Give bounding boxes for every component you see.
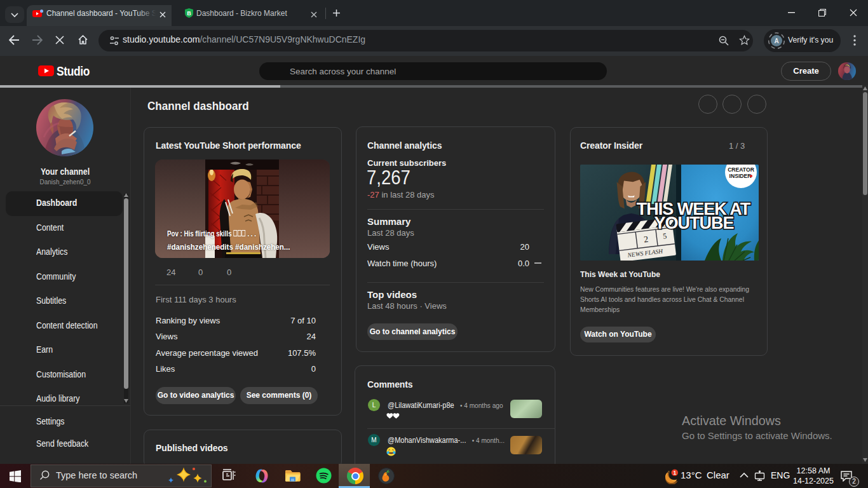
svg-text:CREATOR: CREATOR [728,166,754,173]
svg-text:INSIDER: INSIDER [729,173,752,179]
svg-text:1: 1 [673,470,676,476]
svg-text:A: A [774,37,778,44]
svg-text:YOUTUBE: YOUTUBE [654,214,733,233]
svg-text:B: B [187,10,191,17]
